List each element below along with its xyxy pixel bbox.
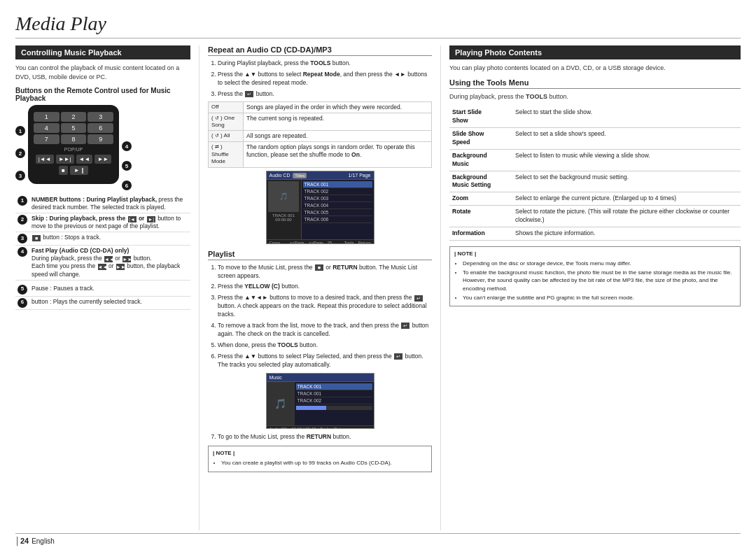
repeat-onesong-desc: The current song is repeated. — [244, 113, 432, 131]
num-btn-3: 3 — [88, 112, 113, 122]
next-btn: ►►| — [56, 155, 74, 164]
playlist-step-1: To move to the Music List, press the ■ o… — [218, 264, 432, 281]
ss-title: Audio CD Titles — [270, 173, 307, 178]
tools-key-info: Information — [449, 227, 512, 240]
num-btn-6: 6 — [88, 123, 113, 133]
repeat-step-2: Press the ▲▼ buttons to select Repeat Mo… — [218, 71, 432, 87]
ss-sidebar: 🎵 TRACK 00100:00:00 — [267, 180, 302, 239]
tools-desc-speed: Select to set a slide show's speed. — [512, 127, 741, 149]
ss-track-6: TRACK 006 — [303, 216, 372, 223]
ss-footer-prev: <<Page — [290, 241, 304, 244]
ms-footer-return: Return — [334, 427, 346, 429]
repeat-row-shuffle: ( ⇌ ) Shuffle Mode The random option pla… — [209, 142, 432, 167]
num-btn-7: 7 — [34, 134, 59, 144]
ss-track-1: TRACK 001 — [303, 181, 372, 188]
remote-info-table-56: 5 Pause : Pauses a track. 6 button : Pla… — [15, 283, 190, 310]
middle-note-box: | NOTE | You can create a playlist with … — [208, 446, 432, 472]
ms-progress-fill — [296, 406, 327, 410]
circle-3: 3 — [18, 234, 27, 243]
controlling-music-intro: You can control the playback of music co… — [15, 64, 190, 81]
label-3: 3 — [15, 171, 25, 181]
remote-info-table: 1 NUMBER buttons : During Playlist playb… — [15, 194, 190, 280]
tools-menu-header: Using the Tools Menu — [449, 78, 741, 89]
ms-footer-tools: Tools — [320, 427, 330, 429]
info-row-2: 2 Skip : During playback, press the |◄ o… — [15, 213, 190, 232]
circle-4: 4 — [18, 247, 27, 257]
playlist-step-4: To remove a track from the list, move to… — [218, 322, 432, 339]
info-text-2: Skip : During playback, press the |◄ or … — [29, 213, 190, 232]
ss-thumbnail: 🎵 — [268, 181, 299, 212]
repeat-onesong-icon: ( ↺ ) One Song — [209, 113, 244, 131]
right-note-item-1: Depending on the disc or storage device,… — [463, 260, 736, 267]
right-note-item-2: To enable the background music function,… — [463, 269, 736, 292]
ss-track-2: TRACK 002 — [303, 188, 372, 195]
tools-row-zoom: Zoom Select to enlarge the current pictu… — [449, 192, 741, 206]
tools-key-rotate: Rotate — [449, 206, 512, 227]
circle-5: 5 — [18, 285, 27, 295]
info-row-3: 3 ■ button : Stops a track. — [15, 232, 190, 246]
middle-column: Repeat an Audio CD (CD-DA)/MP3 During Pl… — [208, 45, 432, 530]
tools-key-bgmusic: BackgroundMusic — [449, 149, 512, 171]
stop-btn: ■ — [59, 166, 68, 175]
label-6: 6 — [122, 181, 132, 190]
right-note-list: Depending on the disc or storage device,… — [454, 260, 736, 302]
tools-desc-slideshow: Select to start the slide show. — [512, 106, 741, 127]
tools-row-speed: Slide ShowSpeed Select to set a slide sh… — [449, 127, 741, 149]
ms-track-3: TRACK 002 — [296, 397, 372, 404]
tools-key-bgmusic-setting: BackgroundMusic Setting — [449, 171, 512, 192]
ms-track-list: TRACK 001 TRACK 001 TRACK 002 — [295, 382, 374, 425]
info-text-6: button : Plays the currently selected tr… — [29, 296, 190, 309]
circle-1: 1 — [18, 196, 27, 206]
ss-track-3: TRACK 003 — [303, 195, 372, 202]
num-btn-5: 5 — [61, 123, 87, 133]
ss-footer-edit: Cross Edit Music — [270, 241, 286, 244]
ss-footer-return: Return — [358, 241, 370, 244]
ms-track-2: TRACK 001 — [296, 390, 372, 397]
ss-header: Audio CD Titles 1/17 Page — [267, 171, 374, 180]
info-text-5: Pause : Pauses a track. — [29, 283, 190, 297]
transport-row-1: |◄◄ ►►| ◄◄ ►► — [34, 155, 113, 164]
num-grid: 1 2 3 4 5 6 7 8 9 — [34, 112, 113, 144]
ms-album-art: 🎵 — [267, 382, 295, 425]
playlist-step-5: When done, press the TOOLS button. — [218, 341, 432, 350]
transport-row-2: ■ ► ‖ — [34, 166, 113, 175]
tools-row-slideshow: Start SlideShow Select to start the slid… — [449, 106, 741, 127]
num-btn-2: 2 — [61, 112, 87, 122]
circle-2: 2 — [18, 215, 27, 225]
page-title: Media Play — [15, 13, 741, 38]
tools-desc-rotate: Select to rotate the picture. (This will… — [512, 206, 741, 227]
play-btn: ► ‖ — [70, 166, 88, 175]
repeat-step-3: Press the ↵ button. — [218, 90, 432, 99]
repeat-steps-list: During Playlist playback, press the TOOL… — [208, 59, 432, 99]
tools-row-bgmusic-setting: BackgroundMusic Setting Select to set th… — [449, 171, 741, 192]
label-4: 4 — [122, 141, 132, 151]
prev-btn: |◄◄ — [36, 155, 54, 164]
page-number-value: 24 — [20, 537, 29, 545]
repeat-row-all: ( ↺ ) All All songs are repeated. — [209, 131, 432, 142]
repeat-step-1: During Playlist playback, press the TOOL… — [218, 59, 432, 68]
label-1: 1 — [15, 126, 25, 136]
left-column: Controlling Music Playback You can contr… — [15, 45, 190, 530]
ms-footer: Audio CD 00:10 / 00:43 Tools Return — [267, 425, 374, 429]
tools-row-rotate: Rotate Select to rotate the picture. (Th… — [449, 206, 741, 227]
ss-content: 🎵 TRACK 00100:00:00 TRACK 001 TRACK 002 … — [267, 180, 374, 239]
audio-cd-screenshot: Audio CD Titles 1/17 Page 🎵 TRACK 00100:… — [266, 171, 374, 244]
num-btn-1: 1 — [34, 112, 59, 122]
middle-note-title: | NOTE | — [213, 449, 427, 457]
page-footer: │ 24 English — [15, 533, 741, 545]
repeat-off-icon: Off — [209, 101, 244, 113]
repeat-all-desc: All songs are repeated. — [244, 131, 432, 142]
tools-key-speed: Slide ShowSpeed — [449, 127, 512, 149]
repeat-row-onesong: ( ↺ ) One Song The current song is repea… — [209, 113, 432, 131]
info-row-4: 4 Fast Play (Audio CD (CD-DA) only) Duri… — [15, 246, 190, 280]
ms-footer-time: 00:10 / 00:43 — [291, 427, 316, 429]
ms-track-1: TRACK 001 — [296, 383, 372, 390]
repeat-shuffle-desc: The random option plays songs in random … — [244, 142, 432, 167]
ss-footer-tools: Tools — [344, 241, 354, 244]
playlist-step-3: Press the ▲▼◄► buttons to move to a desi… — [218, 294, 432, 319]
tools-desc-bgmusic: Select to listen to music while viewing … — [512, 149, 741, 171]
right-note-box: | NOTE | Depending on the disc or storag… — [449, 246, 741, 306]
remote-diagram: 1 2 3 1 2 3 4 5 6 7 8 9 — [15, 105, 190, 190]
ms-content: 🎵 TRACK 001 TRACK 001 TRACK 002 — [267, 382, 374, 425]
playing-photo-intro: You can play photo contents located on a… — [449, 64, 741, 73]
